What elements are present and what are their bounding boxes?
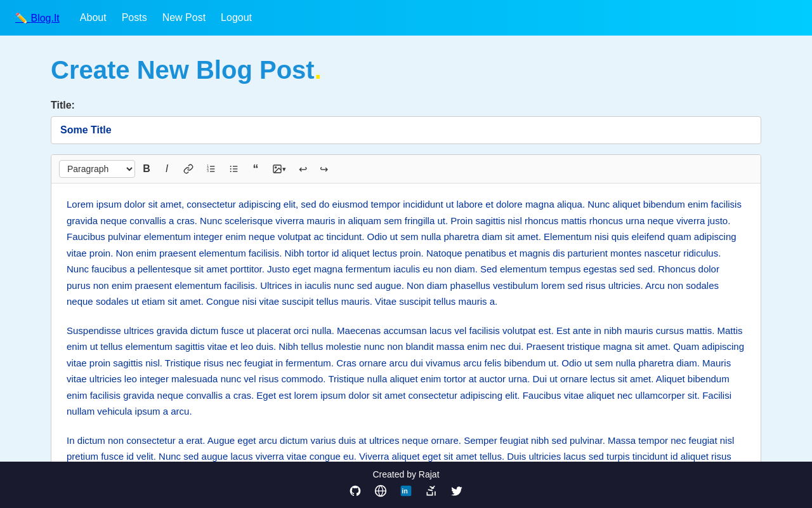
link-button[interactable] <box>178 160 199 178</box>
redo-button[interactable]: ↪ <box>315 160 333 178</box>
main-content: Create New Blog Post. Title: Paragraph H… <box>0 36 812 508</box>
nav-posts[interactable]: Posts <box>122 12 147 23</box>
pencil-icon: ✏️ <box>15 13 28 23</box>
navbar: ✏️ Blog.It About Posts New Post Logout <box>0 0 812 36</box>
bold-button[interactable]: B <box>138 160 155 178</box>
svg-text:3: 3 <box>207 170 209 173</box>
brand-name: Blog.It <box>30 13 59 23</box>
footer-icons: in <box>8 485 804 500</box>
twitter-icon[interactable] <box>450 485 463 500</box>
footer-credit: Created by Rajat <box>8 469 804 479</box>
ordered-list-button[interactable]: 1 2 3 <box>201 160 221 178</box>
linkedin-icon[interactable]: in <box>400 485 412 500</box>
image-button[interactable]: ▾ <box>267 160 291 178</box>
svg-point-9 <box>230 166 232 167</box>
page-title: Create New Blog Post. <box>51 56 761 84</box>
title-label: Title: <box>51 100 761 111</box>
footer: Created by Rajat in <box>0 462 812 508</box>
nav-new-post[interactable]: New Post <box>162 12 206 23</box>
editor-paragraph-2: Suspendisse ultrices gravida dictum fusc… <box>67 323 745 420</box>
quote-button[interactable]: “ <box>247 160 265 178</box>
nav-about[interactable]: About <box>80 12 107 23</box>
toolbar: Paragraph Heading 1 Heading 2 Heading 3 … <box>51 155 761 184</box>
editor-wrapper: Paragraph Heading 1 Heading 2 Heading 3 … <box>51 154 761 502</box>
svg-point-10 <box>230 168 232 170</box>
unordered-list-button[interactable] <box>224 160 244 178</box>
undo-button[interactable]: ↩ <box>294 160 312 178</box>
editor-paragraph-1: Lorem ipsum dolor sit amet, consectetur … <box>67 196 745 310</box>
nav-brand[interactable]: ✏️ Blog.It <box>15 12 60 24</box>
italic-button[interactable]: I <box>158 160 176 178</box>
editor-body[interactable]: Lorem ipsum dolor sit amet, consectetur … <box>51 184 761 501</box>
svg-text:in: in <box>402 487 408 495</box>
svg-point-11 <box>230 171 232 172</box>
paragraph-select[interactable]: Paragraph Heading 1 Heading 2 Heading 3 <box>59 160 135 178</box>
svg-point-13 <box>275 167 277 168</box>
title-input[interactable] <box>51 116 761 144</box>
nav-links: About Posts New Post Logout <box>80 12 252 23</box>
website-icon[interactable] <box>374 485 387 500</box>
stack-overflow-icon[interactable] <box>425 485 438 500</box>
nav-logout[interactable]: Logout <box>221 12 252 23</box>
github-icon[interactable] <box>349 485 362 500</box>
